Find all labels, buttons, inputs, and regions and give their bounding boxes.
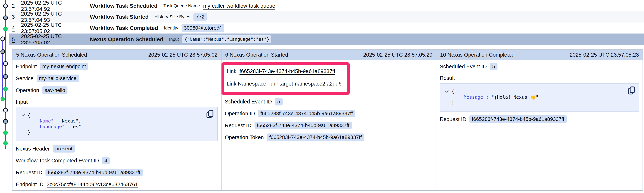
event-dot-gray[interactable]: [4, 16, 8, 20]
event-id-link[interactable]: 3: [12, 14, 18, 20]
code-block: {"Message": "¡Hola! Nexus 👋"}: [440, 83, 639, 112]
event-detail-panels: 5 Nexus Operation Scheduled2025-02-25 UT…: [12, 49, 643, 191]
field-label: Input: [16, 98, 218, 105]
field-value-badge: f665283f-743e-4374-b45b-9a61a89337ff: [267, 134, 364, 141]
field-label: Endpoint: [16, 63, 37, 70]
event-timestamp: 2025-02-25 UTC 23:57:05.02: [21, 33, 90, 46]
panel-header: 5 Nexus Operation Scheduled2025-02-25 UT…: [12, 50, 221, 60]
event-dot-green[interactable]: [4, 87, 8, 91]
field-value-badge: f665283f-743e-4374-b45b-9a61a89337ff: [470, 115, 566, 123]
link-highlight-box: Linkf665283f-743e-4374-b45b-9a61a89337ff…: [221, 62, 350, 95]
event-attr-badge: 30960@totoro@: [182, 24, 224, 32]
field-value-link[interactable]: f665283f-743e-4374-b45b-9a61a89337ff: [240, 68, 335, 74]
json-text: }: [452, 100, 454, 106]
json-text: :: [486, 94, 491, 100]
event-attr-label: History Size Bytes: [154, 14, 190, 19]
event-timestamp: 2025-02-25 UTC 23:57:04.92: [21, 0, 90, 12]
event-name: Nexus Operation Scheduled: [90, 36, 163, 42]
code-block: {"Name": "Nexus","Language": "es"}: [16, 107, 218, 141]
detail-field: Nexus Headerpresent: [16, 145, 218, 153]
event-dot-gray[interactable]: [4, 74, 8, 79]
event-timestamp: 2025-02-25 UTC 23:57:04.93: [21, 11, 90, 23]
field-value-badge: 4: [102, 157, 110, 165]
event-dot-gray[interactable]: [1, 50, 5, 54]
field-value-badge: my-hello-service: [37, 74, 79, 82]
collapse-toggle[interactable]: [443, 90, 450, 93]
copy-icon: [627, 86, 636, 95]
detail-field: Link Namespacephil-target-namespace2.a2d…: [227, 80, 344, 88]
json-text: :: [54, 118, 59, 124]
code-line: }: [19, 130, 214, 135]
detail-field: Operation IDf665283f-743e-4374-b45b-9a61…: [225, 110, 433, 118]
event-id-link[interactable]: 2: [12, 3, 18, 9]
panel-body: Scheduled Event ID5Result{"Message": "¡H…: [436, 60, 642, 123]
event-attr-label: Identity: [164, 25, 178, 30]
field-label: Nexus Header: [16, 146, 50, 152]
detail-field: Workflow Task Completed Event ID4: [16, 157, 218, 165]
event-row[interactable]: 42025-02-25 UTC 23:57:05.02Workflow Task…: [9, 22, 644, 33]
event-id-link[interactable]: 4: [12, 25, 18, 31]
event-timeline: [0, 0, 11, 193]
json-key: "Language": [37, 124, 65, 130]
copy-button[interactable]: [627, 86, 636, 95]
field-value-badge: my-nexus-endpoint: [40, 63, 88, 70]
copy-button[interactable]: [206, 110, 214, 119]
json-key: "Name": [37, 118, 54, 124]
event-dot-white[interactable]: [4, 4, 8, 8]
event-row[interactable]: 22025-02-25 UTC 23:57:04.92Workflow Task…: [9, 0, 644, 11]
panel-title: 10 Nexus Operation Completed: [440, 52, 514, 58]
collapse-chevron-icon[interactable]: [20, 114, 25, 117]
event-dot-green[interactable]: [4, 27, 8, 31]
json-text: {: [28, 112, 30, 118]
collapse-chevron-icon[interactable]: [444, 90, 449, 93]
copy-icon: [206, 110, 214, 119]
field-value-link[interactable]: phil-target-namespace2.a2dd6: [269, 81, 342, 87]
event-timestamp: 2025-02-25 UTC 23:57:05.02: [21, 22, 90, 34]
detail-field: Request IDf665283f-743e-4374-b45b-9a61a8…: [440, 115, 639, 123]
event-attr-badge: {"Name":"Nexus","Language":"es"}: [182, 35, 271, 43]
field-label: Operation: [16, 87, 39, 93]
detail-field: Request IDf665283f-743e-4374-b45b-9a61a8…: [225, 121, 433, 130]
detail-field: Operation Tokenf665283f-743e-4374-b45b-9…: [225, 133, 433, 141]
field-value-badge: f665283f-743e-4374-b45b-9a61a89337ff: [254, 122, 352, 129]
event-dot-white[interactable]: [4, 61, 8, 66]
event-id-link[interactable]: 5: [12, 36, 18, 42]
json-text: "Nexus",: [59, 118, 81, 124]
detail-panel-2: 6 Nexus Operation Started2025-02-25 UTC …: [221, 50, 436, 190]
json-text: "es": [70, 124, 81, 130]
event-attr-link[interactable]: my-caller-workflow-task-queue: [203, 3, 275, 9]
event-attr-badge: 772: [194, 13, 207, 21]
field-label: Request ID: [225, 123, 252, 129]
field-value-link[interactable]: 3c0c75ccfa8144b092c13ce632463761: [47, 182, 138, 188]
event-dot-white[interactable]: [1, 37, 5, 41]
json-text: }: [28, 130, 30, 135]
event-attr-label: Task Queue Name: [164, 3, 200, 8]
field-value-badge: f665283f-743e-4374-b45b-9a61a89337ff: [258, 110, 355, 117]
field-value-badge: 5: [490, 63, 498, 70]
field-label: Request ID: [16, 170, 42, 176]
event-dot-green[interactable]: [1, 97, 5, 101]
field-label: Link Namespace: [227, 81, 266, 87]
code-line: "Message": "¡Hola! Nexus 👋": [443, 94, 635, 100]
panel-header: 10 Nexus Operation Completed2025-02-25 U…: [436, 50, 642, 60]
code-line: {: [19, 112, 214, 118]
field-label: Service: [16, 75, 34, 81]
field-value-badge: present: [53, 145, 75, 153]
code-line: {: [443, 89, 635, 94]
event-dot-gray[interactable]: [4, 119, 8, 123]
collapse-toggle[interactable]: [19, 114, 26, 117]
event-row[interactable]: 52025-02-25 UTC 23:57:05.02Nexus Operati…: [9, 33, 644, 45]
panel-timestamp: 2025-02-25 UTC 23:57:05.20: [363, 52, 432, 58]
field-label: Workflow Task Completed Event ID: [16, 158, 99, 164]
event-name: Workflow Task Scheduled: [90, 3, 158, 9]
detail-field: Servicemy-hello-service: [16, 74, 218, 82]
panel-body: Endpointmy-nexus-endpointServicemy-hello…: [12, 60, 221, 189]
timeline-branch-line: [2, 39, 3, 99]
field-label: Scheduled Event ID: [225, 99, 272, 105]
detail-field: Scheduled Event ID5: [440, 62, 639, 70]
detail-field: Request IDf665283f-743e-4374-b45b-9a61a8…: [16, 169, 218, 177]
event-dot-green[interactable]: [4, 131, 8, 135]
event-dot-green[interactable]: [4, 141, 8, 145]
event-row[interactable]: 32025-02-25 UTC 23:57:04.93Workflow Task…: [9, 11, 644, 22]
event-dot-white[interactable]: [4, 108, 8, 112]
